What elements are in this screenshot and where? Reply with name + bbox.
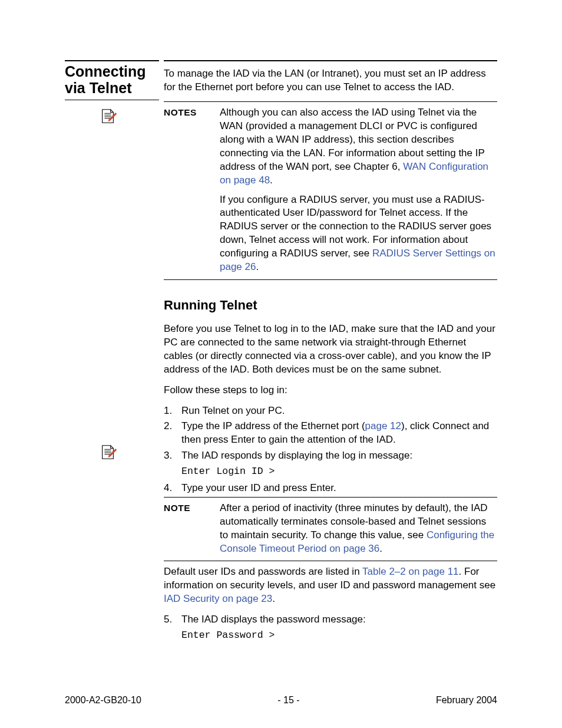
list-item: 1.Run Telnet on your PC. <box>164 404 497 418</box>
list-item: 5.The IAD displays the password message: <box>164 613 497 627</box>
footer-page-number: - 15 - <box>277 694 299 707</box>
list-item: 4.Type your user ID and press Enter. <box>164 482 497 495</box>
xref-table-2-2[interactable]: Table 2–2 on page 11 <box>362 566 459 577</box>
xref-page-12[interactable]: page 12 <box>365 420 401 431</box>
sidebar-heading: Connecting via Telnet <box>65 60 159 100</box>
xref-iad-security[interactable]: IAD Security on page 23 <box>164 593 272 604</box>
note-paragraph: After a period of inactivity (three minu… <box>220 502 497 556</box>
list-item: 2.Type the IP address of the Ethernet po… <box>164 420 497 447</box>
list-item: 3.The IAD responds by displaying the log… <box>164 449 497 463</box>
notes-paragraph: Although you can also access the IAD usi… <box>220 106 497 187</box>
step-list: 1.Run Telnet on your PC. 2.Type the IP a… <box>164 404 497 463</box>
footer-date: February 2004 <box>436 694 497 707</box>
notes-label: NOTES <box>164 106 220 274</box>
body-paragraph: Default user IDs and passwords are liste… <box>164 565 497 606</box>
note-icon <box>99 107 117 125</box>
main-content: To manage the IAD via the LAN (or Intran… <box>164 60 497 645</box>
notes-paragraph: If you configure a RADIUS server, you mu… <box>220 193 497 275</box>
footer-doc-id: 2000-A2-GB20-10 <box>65 694 141 707</box>
note-icon <box>99 443 117 461</box>
code-output: Enter Password > <box>181 629 497 642</box>
code-output: Enter Login ID > <box>181 465 497 478</box>
section-title: Connecting via Telnet <box>65 64 159 96</box>
intro-paragraph: To manage the IAD via the LAN (or Intran… <box>164 67 497 94</box>
subsection-heading: Running Telnet <box>164 297 497 314</box>
step-list: 5.The IAD displays the password message: <box>164 613 497 627</box>
notes-block: NOTES Although you can also access the I… <box>164 102 497 280</box>
note-block: NOTE After a period of inactivity (three… <box>164 497 497 561</box>
body-paragraph: Follow these steps to log in: <box>164 384 497 397</box>
page-footer: 2000-A2-GB20-10 - 15 - February 2004 <box>65 694 497 707</box>
note-label: NOTE <box>164 502 220 556</box>
step-list: 4.Type your user ID and press Enter. <box>164 482 497 495</box>
body-paragraph: Before you use Telnet to log in to the I… <box>164 322 497 377</box>
